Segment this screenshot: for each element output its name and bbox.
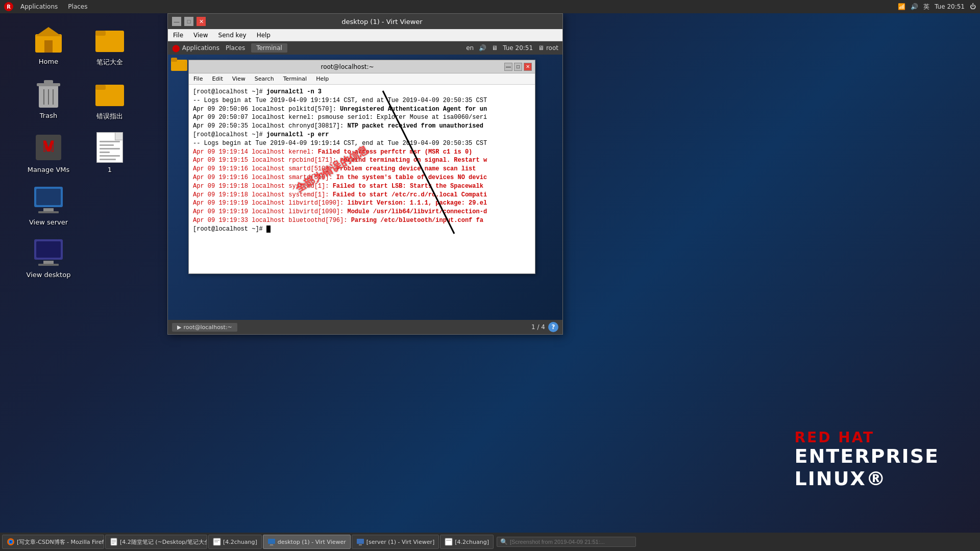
- notes-folder-icon: [93, 23, 126, 56]
- terminal-content[interactable]: [root@localhost ~]# journalctl -n 3 -- L…: [189, 85, 535, 273]
- search-icon: 🔍: [500, 538, 508, 545]
- virt-menu-view[interactable]: View: [191, 31, 210, 40]
- vm-lang: en: [466, 44, 474, 52]
- errors-icon-label: 错误指出: [96, 112, 123, 121]
- term-menu-help[interactable]: Help: [314, 75, 330, 83]
- server-virt-label: [server (1) - Virt Viewer]: [366, 539, 435, 545]
- virt-icon: [267, 538, 276, 546]
- manage-vms-label: Manage VMs: [28, 166, 70, 173]
- taskbar-server-virt[interactable]: [server (1) - Virt Viewer]: [352, 535, 439, 549]
- errors-folder-icon: [93, 77, 126, 110]
- view-server-label: View server: [29, 218, 68, 226]
- taskbar-chuang2[interactable]: [4.2chuang]: [440, 535, 494, 549]
- rhel-redhat-text: RED HAT: [795, 429, 939, 446]
- svg-rect-41: [359, 544, 362, 545]
- vm-inner-places[interactable]: Places: [226, 44, 245, 52]
- manage-vms-icon: V M: [32, 131, 65, 164]
- virt-menu-file[interactable]: File: [171, 31, 185, 40]
- taskbar-places[interactable]: Places: [65, 2, 90, 11]
- virt-statusbar: ▶ root@localhost:~ 1 / 4 ?: [168, 320, 562, 334]
- chuang1-label: [4.2chuang]: [223, 539, 257, 545]
- term-menu-file[interactable]: File: [192, 75, 204, 83]
- chuang1-icon: [213, 538, 221, 546]
- rhel-branding: RED HAT ENTERPRISE LINUX®: [795, 429, 939, 490]
- desktop-icon-view-desktop[interactable]: View desktop: [20, 234, 77, 281]
- term-line-4: Apr 09 20:50:35 localhost chronyd[30817]…: [193, 122, 531, 131]
- term-line-1: -- Logs begin at Tue 2019-04-09 19:19:14…: [193, 96, 531, 105]
- notes-icon-label: 笔记大全: [96, 58, 123, 67]
- terminal-close[interactable]: ✕: [524, 63, 532, 71]
- notes1-label: [4.2随堂笔记 (~Desktop/笔记大全/...: [120, 538, 207, 546]
- close-button[interactable]: ✕: [197, 17, 206, 26]
- term-line-5: [root@localhost ~]# journalctl -p err: [193, 131, 531, 139]
- status-tab[interactable]: ▶ root@localhost:~: [172, 323, 237, 332]
- textfile-label: 1: [108, 166, 112, 173]
- svg-rect-19: [38, 211, 59, 213]
- desktop-icon-view-server[interactable]: View server: [20, 181, 77, 229]
- vm-inner-applications[interactable]: Applications: [182, 44, 219, 52]
- virt-viewer-titlebar: — □ ✕ desktop (1) - Virt Viewer: [168, 14, 562, 29]
- taskbar-search: 🔍: [497, 537, 636, 547]
- status-tab-label: root@localhost:~: [183, 324, 232, 331]
- help-button[interactable]: ?: [548, 322, 558, 332]
- volume-icon: 🔊: [911, 3, 918, 10]
- taskbar-applications[interactable]: Applications: [17, 2, 61, 11]
- home-icon: [32, 23, 65, 56]
- term-line-7: Apr 09 19:19:14 localhost kernel: Failed…: [193, 148, 531, 157]
- term-line-8: Apr 09 19:19:15 localhost rpcbind[171]: …: [193, 156, 531, 165]
- vm-desktop-area: root@localhost:~ — □ ✕ File Edit View Se…: [168, 55, 562, 320]
- vm-inner-area: ⬤ Applications Places Terminal en 🔊 🖥 Tu…: [168, 41, 562, 320]
- vm-inner-topbar: ⬤ Applications Places Terminal en 🔊 🖥 Tu…: [168, 41, 562, 55]
- desktop-icon-notes[interactable]: 笔记大全: [82, 20, 138, 69]
- term-menu-terminal[interactable]: Terminal: [282, 75, 309, 83]
- svg-text:M: M: [42, 138, 55, 155]
- virt-viewer-window: — □ ✕ desktop (1) - Virt Viewer File Vie…: [167, 13, 563, 335]
- svg-rect-37: [268, 539, 275, 544]
- terminal-window: root@localhost:~ — □ ✕ File Edit View Se…: [188, 60, 535, 274]
- svg-rect-21: [36, 241, 61, 258]
- vm-root-indicator: 🖥 root: [538, 44, 558, 52]
- minimize-button[interactable]: —: [172, 17, 181, 26]
- terminal-minimize[interactable]: —: [504, 63, 512, 71]
- desktop-icon-manage-vms[interactable]: V M Manage VMs: [20, 129, 77, 176]
- term-line-13: Apr 09 19:19:19 localhost libvirtd[1090]…: [193, 199, 531, 208]
- term-line-11: Apr 09 19:19:18 localhost systemd[1]: Fa…: [193, 182, 531, 191]
- maximize-button[interactable]: □: [184, 17, 193, 26]
- term-line-0: [root@localhost ~]# journalctl -n 3: [193, 88, 531, 96]
- svg-point-29: [10, 541, 12, 543]
- terminal-title: root@localhost:~: [192, 63, 503, 70]
- term-menu-view[interactable]: View: [231, 75, 247, 83]
- taskbar-virt-viewer[interactable]: desktop (1) - Virt Viewer: [263, 535, 351, 549]
- trash-icon: [32, 77, 65, 110]
- term-line-10: Apr 09 19:19:16 localhost smartd[510]: I…: [193, 173, 531, 182]
- language-indicator[interactable]: 英: [923, 3, 929, 11]
- notes1-icon: [110, 538, 118, 546]
- term-line-12: Apr 09 19:19:18 localhost systemd[1]: Fa…: [193, 191, 531, 199]
- taskbar-notes1[interactable]: [4.2随堂笔记 (~Desktop/笔记大全/...: [105, 535, 207, 549]
- svg-rect-18: [43, 208, 54, 211]
- textfile-icon: [93, 131, 126, 164]
- term-menu-edit[interactable]: Edit: [210, 75, 224, 83]
- clock: Tue 20:51: [935, 3, 965, 10]
- virt-menu-help[interactable]: Help: [255, 31, 273, 40]
- vm-desktop-folder[interactable]: [171, 57, 187, 73]
- firefox-icon: [7, 538, 15, 546]
- desktop-icon-errors[interactable]: 错误指出: [82, 74, 138, 123]
- network-icon: 📶: [898, 3, 905, 10]
- svg-rect-22: [43, 261, 54, 264]
- terminal-maximize[interactable]: □: [514, 63, 522, 71]
- taskbar-firefox[interactable]: [写文章-CSDN博客 - Mozilla Firefox]: [2, 535, 104, 549]
- desktop-icon-home[interactable]: Home: [20, 20, 77, 69]
- vm-volume-icon: 🔊: [479, 44, 486, 52]
- taskbar-search-input[interactable]: [510, 539, 632, 545]
- svg-rect-40: [357, 539, 364, 544]
- vm-inner-terminal[interactable]: Terminal: [251, 43, 287, 53]
- taskbar-chuang1[interactable]: [4.2chuang]: [208, 535, 262, 549]
- desktop-icon-textfile[interactable]: 1: [82, 129, 138, 176]
- desktop-icon-trash[interactable]: Trash: [20, 74, 77, 123]
- power-icon[interactable]: ⏻: [970, 3, 976, 10]
- main-taskbar: R Applications Places 📶 🔊 英 Tue 20:51 ⏻: [0, 0, 980, 13]
- term-menu-search[interactable]: Search: [253, 75, 276, 83]
- virt-menu-sendkey[interactable]: Send key: [216, 31, 249, 40]
- bottom-taskbar: [写文章-CSDN博客 - Mozilla Firefox] [4.2随堂笔记 …: [0, 533, 980, 551]
